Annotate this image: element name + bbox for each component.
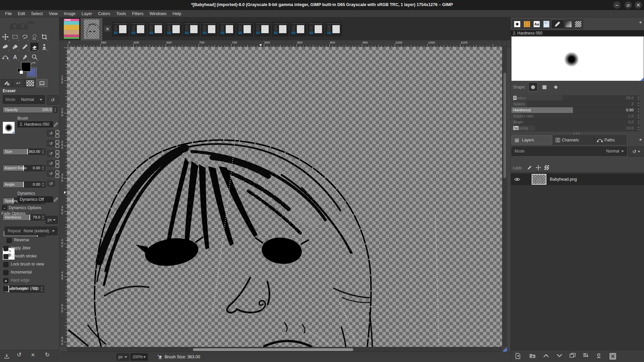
tool-text[interactable]: A <box>10 52 19 61</box>
angle-reset-button[interactable]: ↺ <box>47 150 55 157</box>
image-tab-babyhead-active[interactable] <box>81 18 102 40</box>
brush-spacing-slider[interactable]: Spacing10.0▴▾ <box>512 125 640 131</box>
link-size-icon[interactable] <box>55 130 59 138</box>
close-button[interactable] <box>635 1 642 9</box>
screenshot-thumbnail[interactable] <box>237 22 253 36</box>
incremental-checkbox[interactable] <box>3 270 8 275</box>
panel-menu-arrow-icon[interactable]: ◀ <box>639 138 641 141</box>
close-image-tab-button[interactable] <box>104 25 111 33</box>
lower-layer-button[interactable] <box>556 354 562 358</box>
slider-spinner[interactable]: ▴▾ <box>41 149 45 155</box>
slider-spinner[interactable]: ▴▾ <box>638 126 639 131</box>
brush-angle-slider[interactable]: Angle0.0▴▾ <box>512 119 640 125</box>
tab-layers[interactable]: Layers <box>512 135 552 144</box>
layer-mode-dropdown[interactable]: Mode Normal <box>512 146 627 156</box>
raise-layer-button[interactable] <box>543 354 549 358</box>
brush-name-field[interactable]: 2. Hardness 050 <box>17 121 53 127</box>
zoom-dropdown[interactable]: 200% <box>130 353 148 361</box>
screenshot-thumbnail[interactable] <box>130 22 146 36</box>
pane-grip-dots[interactable]: ●●● <box>573 132 581 134</box>
menu-layer[interactable]: Layer <box>78 11 95 17</box>
screenshot-thumbnail[interactable] <box>326 22 342 36</box>
screenshot-thumbnail[interactable] <box>148 22 164 36</box>
shape-circle-button[interactable]: ● <box>528 82 538 92</box>
tab-fonts[interactable]: Aa <box>532 19 542 29</box>
screenshot-thumbnail[interactable] <box>219 22 235 36</box>
duplicate-layer-button[interactable] <box>570 353 576 358</box>
tab-palettes[interactable] <box>573 19 583 29</box>
menu-windows[interactable]: Windows <box>147 11 170 17</box>
screenshot-thumbnail[interactable] <box>290 22 306 36</box>
foreground-color-swatch[interactable] <box>21 62 31 71</box>
tab-gradients[interactable] <box>564 19 574 29</box>
layer-thumbnail[interactable] <box>532 174 546 185</box>
tab-document-history[interactable] <box>541 19 551 29</box>
screenshot-thumbnail[interactable] <box>166 22 182 36</box>
brush-hardness-slider[interactable]: Hardness|0.50▴▾ <box>512 107 640 113</box>
reverse-checkbox[interactable] <box>7 238 12 243</box>
opacity-spinner[interactable]: ▴▾ <box>53 107 57 113</box>
size-reset-button[interactable]: ↺ <box>47 130 55 136</box>
menu-file[interactable]: File <box>2 11 15 17</box>
tab-channels[interactable]: Channels <box>552 135 594 144</box>
vertical-ruler[interactable]: 150200250300350400450500550 <box>59 47 67 347</box>
lock-brush-to-view-checkbox[interactable] <box>3 262 8 267</box>
hardness-reset-button[interactable]: ↺ <box>47 170 55 177</box>
restore-button[interactable] <box>625 1 632 9</box>
visibility-eye-icon[interactable] <box>514 177 520 181</box>
restore-tool-preset-button[interactable]: ↺ <box>17 352 21 358</box>
spacing-reset-button[interactable]: ↺ <box>47 160 55 167</box>
tool-bucket-fill[interactable] <box>10 42 19 51</box>
link-size-icon[interactable] <box>55 170 59 178</box>
vertical-scroll-thumb[interactable] <box>503 73 506 178</box>
horizontal-ruler[interactable]: 0550600650700750800850900950100010501100 <box>59 40 511 47</box>
opacity-slider[interactable]: Opacity 100.0 ▴▾ <box>3 107 58 113</box>
link-size-icon[interactable] <box>55 160 59 168</box>
unit-dropdown[interactable]: px <box>116 353 129 361</box>
tool-move[interactable] <box>1 32 10 41</box>
menu-view[interactable]: View <box>46 11 61 17</box>
lock-pixels-icon[interactable] <box>527 165 532 170</box>
horizontal-scrollbar[interactable] <box>67 347 502 352</box>
brush-radius-slider[interactable]: Radius25.0▴▾ <box>512 95 640 101</box>
vertical-scrollbar[interactable] <box>502 47 507 347</box>
hard-edge-checkbox[interactable]: × <box>3 278 8 283</box>
delete-layer-button[interactable] <box>609 353 616 360</box>
dynamics-value-field[interactable]: Dynamics Off <box>17 196 53 202</box>
reset-tool-options-button[interactable]: ↻ <box>45 352 50 358</box>
size-slider[interactable]: Size363.00▴▾ <box>3 148 46 155</box>
aspect-ratio-reset-button[interactable]: ↺ <box>47 140 55 146</box>
tab-device-status[interactable] <box>36 79 48 87</box>
menu-tools[interactable]: Tools <box>113 11 129 17</box>
shape-square-button[interactable]: ■ <box>540 82 549 92</box>
canvas-corner-button[interactable] <box>502 40 507 47</box>
slider-spinner[interactable]: ▴▾ <box>638 114 639 119</box>
tab-brush-editor[interactable] <box>551 19 564 29</box>
brush-aspect-ratio-slider[interactable]: Aspect ratio1.0▴▾ <box>512 113 640 119</box>
tool-paths[interactable] <box>1 52 10 61</box>
tab-undo-history[interactable]: ↩ <box>12 79 24 87</box>
fade-length-spinner[interactable]: ▴▾ <box>39 286 44 292</box>
mode-reset-button[interactable]: ↺ <box>47 95 58 105</box>
screenshot-thumbnail[interactable] <box>201 22 217 36</box>
default-colors-icon-white[interactable] <box>19 70 23 74</box>
angle-slider[interactable]: Angle0.00▴▾ <box>3 181 46 188</box>
screenshot-thumbnail[interactable] <box>112 22 128 36</box>
add-mask-button[interactable] <box>596 353 602 359</box>
dynamics-edit-icon[interactable] <box>54 197 58 202</box>
link-size-icon[interactable] <box>55 150 59 158</box>
tool-rectangle-select[interactable] <box>10 32 19 41</box>
merge-layer-button[interactable] <box>583 353 589 358</box>
screenshot-thumbnail[interactable] <box>272 22 288 36</box>
horizontal-scroll-thumb[interactable] <box>193 348 353 351</box>
menu-select[interactable]: Select <box>28 11 46 17</box>
preview-resize-grip[interactable] <box>640 77 644 81</box>
tab-image-thumbnail[interactable] <box>24 79 36 87</box>
lock-alpha-icon[interactable] <box>544 165 549 170</box>
screenshot-thumbnail[interactable] <box>308 22 324 36</box>
dynamics-options-expander[interactable]: – <box>2 205 7 210</box>
save-tool-preset-button[interactable] <box>3 352 11 360</box>
screenshot-thumbnail[interactable] <box>255 22 271 36</box>
slider-spinner[interactable]: ▴▾ <box>41 182 45 187</box>
brush-edit-icon[interactable] <box>54 122 58 127</box>
